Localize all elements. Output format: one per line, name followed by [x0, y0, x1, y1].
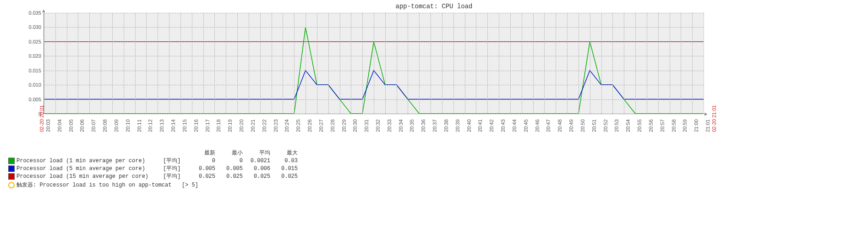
x-tick-label: 20:04: [57, 119, 62, 132]
grid-v: [533, 13, 534, 114]
legend-swatch: [8, 173, 15, 180]
x-tick-label: 20:16: [193, 119, 199, 132]
grid-v: [249, 13, 249, 114]
x-tick-label: 02-20 20:01: [39, 105, 44, 132]
plot-area: [44, 13, 704, 114]
grid-v: [237, 13, 238, 114]
x-tick-label: 20:43: [500, 119, 506, 132]
grid-v: [635, 13, 636, 114]
chart-title: app-tomcat: CPU load: [0, 0, 868, 12]
grid-v: [408, 13, 408, 114]
x-tick-label: 20:55: [637, 119, 642, 132]
x-tick-label: 21:01: [705, 119, 710, 132]
grid-v: [260, 13, 261, 114]
grid-v: [101, 13, 101, 114]
legend-avg: 0.0021: [246, 158, 273, 164]
grid-v: [522, 13, 522, 114]
x-tick-label: 02-20 21:01: [711, 105, 717, 132]
grid-v: [704, 13, 704, 114]
grid-v: [306, 13, 306, 114]
x-tick-label: 20:40: [466, 119, 472, 132]
trigger-icon: [8, 182, 15, 188]
legend-agg: [平均]: [163, 172, 191, 180]
legend-swatch: [8, 158, 15, 164]
x-tick-label: 20:10: [125, 119, 131, 132]
grid-v: [328, 13, 329, 114]
grid-v: [362, 13, 363, 114]
grid-v: [431, 13, 431, 114]
legend-col-min: 最小: [218, 149, 246, 157]
grid-v: [544, 13, 545, 114]
x-tick-label: 20:45: [523, 119, 529, 132]
grid-v: [419, 13, 420, 114]
x-axis-arrow: ▶: [704, 111, 708, 117]
x-tick-label: 20:58: [671, 119, 677, 132]
trigger-row: 触发器: Processor load is too high on app-t…: [8, 181, 300, 189]
x-tick-label: 20:23: [273, 119, 278, 132]
grid-v: [67, 13, 67, 114]
x-tick-label: 20:35: [409, 119, 415, 132]
x-tick-label: 20:20: [239, 119, 244, 132]
y-tick-label: 0.030: [21, 24, 41, 30]
grid-v: [226, 13, 226, 114]
y-tick-label: 0.035: [21, 10, 41, 16]
grid-v: [89, 13, 90, 114]
x-tick-label: 20:48: [557, 119, 562, 132]
legend-series-name: Processor load (15 min average per core): [16, 173, 163, 180]
y-tick-label: 0: [21, 111, 41, 116]
x-tick-label: 20:28: [330, 119, 335, 132]
legend-latest: 0.005: [191, 165, 218, 172]
x-tick-label: 20:46: [535, 119, 540, 132]
x-tick-label: 20:22: [262, 119, 267, 132]
grid-v: [442, 13, 442, 114]
grid-v: [647, 13, 647, 114]
x-tick-label: 20:07: [91, 119, 96, 132]
x-tick-label: 20:19: [227, 119, 233, 132]
x-tick-label: 20:38: [443, 119, 449, 132]
x-tick-label: 20:25: [295, 119, 301, 132]
grid-v: [624, 13, 624, 114]
cpu-load-chart: app-tomcat: CPU load ▲ ▶ 00.0050.0100.01…: [0, 0, 868, 231]
y-tick-label: 0.020: [21, 53, 41, 59]
x-tick-label: 20:29: [341, 119, 347, 132]
grid-v: [465, 13, 465, 114]
grid-v: [135, 13, 136, 114]
grid-v: [214, 13, 215, 114]
legend-col-latest: 最新: [191, 149, 218, 157]
legend-latest: 0: [191, 158, 218, 164]
x-tick-label: 20:41: [477, 119, 483, 132]
grid-v: [112, 13, 113, 114]
legend-min: 0: [218, 158, 246, 164]
y-tick-label: 0.010: [21, 82, 41, 88]
grid-v: [158, 13, 158, 114]
x-tick-label: 20:11: [136, 119, 142, 132]
grid-v: [510, 13, 511, 114]
x-tick-label: 20:53: [614, 119, 619, 132]
x-tick-label: 20:31: [364, 119, 369, 132]
grid-v: [476, 13, 476, 114]
grid-v: [340, 13, 340, 114]
legend-col-avg: 平均: [246, 149, 273, 157]
legend-agg: [平均]: [163, 165, 191, 172]
x-tick-label: 20:50: [580, 119, 585, 132]
legend-max: 0.03: [273, 158, 300, 164]
grid-v: [487, 13, 488, 114]
grid-v: [351, 13, 351, 114]
grid-v: [499, 13, 499, 114]
y-tick-label: 0.025: [21, 39, 41, 44]
grid-v: [590, 13, 590, 114]
grid-v: [55, 13, 56, 114]
x-tick-label: 20:18: [216, 119, 221, 132]
x-tick-label: 20:34: [398, 119, 404, 132]
grid-v: [658, 13, 659, 114]
legend-series-name: Processor load (1 min average per core): [16, 158, 163, 164]
x-tick-label: 20:54: [625, 119, 631, 132]
x-tick-label: 20:44: [512, 119, 517, 132]
legend-avg: 0.025: [246, 173, 273, 180]
x-tick-label: 20:24: [284, 119, 289, 132]
y-tick-label: 0.005: [21, 97, 41, 102]
x-tick-label: 20:42: [489, 119, 494, 132]
grid-v: [78, 13, 78, 114]
grid-v: [180, 13, 181, 114]
legend-avg: 0.006: [246, 165, 273, 172]
